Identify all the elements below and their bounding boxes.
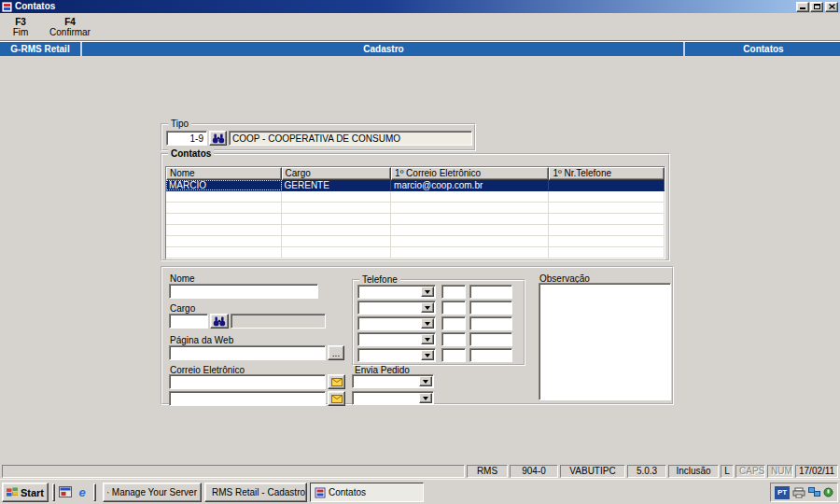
confirmar-button[interactable]: F4 Confirmar: [41, 14, 99, 39]
web-label: Página da Web: [170, 335, 233, 345]
telefone-type-select-1[interactable]: [357, 285, 436, 299]
dropdown-arrow-icon[interactable]: [421, 334, 434, 344]
telefone-type-select-3[interactable]: [357, 316, 436, 330]
email-input-2[interactable]: [169, 391, 326, 406]
nome-input[interactable]: [169, 284, 318, 299]
status-message-panel: [2, 465, 465, 478]
cell-cargo: GERENTE: [282, 180, 392, 190]
email-send-button-1[interactable]: [328, 374, 345, 389]
module-header-app: G-RMS Retail: [0, 42, 82, 56]
telefone-ddd-input-5[interactable]: [441, 348, 466, 362]
cell-telefone: [549, 180, 665, 190]
dropdown-arrow-icon[interactable]: [421, 318, 434, 329]
confirmar-key-label: F4: [48, 17, 92, 27]
cargo-search-button[interactable]: [210, 314, 229, 329]
dropdown-arrow-icon[interactable]: [419, 376, 432, 386]
column-header-nome[interactable]: Nome: [166, 167, 282, 180]
minimize-button[interactable]: [796, 2, 809, 12]
detail-form-panel: Nome Cargo Página da Web ... Correio Ele…: [161, 266, 674, 405]
email-input-1[interactable]: [169, 374, 326, 389]
nome-label: Nome: [170, 273, 195, 284]
maximize-icon: [814, 4, 820, 9]
status-bar: RMS 904-0 VABUTIPC 5.0.3 Inclusão L CAPS…: [0, 464, 840, 479]
telefone-number-input-3[interactable]: [469, 316, 512, 330]
task-label: RMS Retail - Cadastro / ...: [212, 487, 307, 497]
table-row[interactable]: [166, 247, 665, 259]
status-lock: L: [721, 465, 734, 478]
observacao-textarea[interactable]: [539, 283, 671, 400]
table-row[interactable]: [166, 203, 665, 214]
task-label: Contatos: [329, 487, 366, 497]
email-icon: [331, 395, 343, 403]
telefone-number-input-4[interactable]: [469, 332, 512, 346]
telefone-type-select-4[interactable]: [357, 332, 436, 346]
dropdown-arrow-icon[interactable]: [421, 302, 434, 313]
telefone-number-input-1[interactable]: [469, 285, 512, 299]
web-input[interactable]: [169, 345, 326, 360]
taskbar: Start e Manage Your Server RMS Retail - …: [0, 479, 840, 504]
table-row[interactable]: [166, 225, 665, 236]
taskband-handle[interactable]: [93, 483, 96, 501]
status-program: VABUTIPC: [560, 465, 625, 478]
task-button-rms-retail[interactable]: RMS Retail - Cadastro / ...: [204, 483, 307, 502]
status-app: RMS: [467, 465, 508, 478]
app-icon: [2, 2, 12, 12]
close-icon: [829, 4, 835, 9]
dropdown-arrow-icon[interactable]: [421, 350, 434, 360]
system-tray: PT: [770, 483, 838, 502]
network-icon[interactable]: [808, 487, 820, 497]
dropdown-arrow-icon[interactable]: [421, 287, 434, 297]
fim-button[interactable]: F3 Fim: [2, 14, 39, 39]
telefone-type-select-5[interactable]: [357, 348, 436, 362]
task-label: Manage Your Server: [112, 487, 197, 497]
ie-icon: e: [78, 486, 85, 498]
cargo-description-field: [231, 314, 326, 329]
table-row[interactable]: [166, 214, 665, 225]
quicklaunch-handle[interactable]: [52, 483, 55, 501]
envia-pedido-select-2[interactable]: [352, 391, 434, 405]
printer-icon[interactable]: [792, 487, 805, 498]
cargo-code-input[interactable]: [169, 314, 208, 329]
quicklaunch-ie-icon[interactable]: e: [75, 484, 90, 499]
quicklaunch-app-icon[interactable]: [58, 484, 73, 499]
telefone-legend: Telefone: [359, 274, 400, 285]
table-row[interactable]: [166, 236, 665, 247]
contatos-legend: Contatos: [168, 148, 214, 159]
table-row-selected[interactable]: MARCIO GERENTE marcio@coop.com.br: [166, 180, 665, 191]
web-browse-button[interactable]: ...: [328, 345, 344, 360]
language-indicator[interactable]: PT: [775, 486, 790, 499]
status-mode: Inclusão: [668, 465, 719, 478]
telefone-type-select-2[interactable]: [357, 301, 436, 315]
tipo-search-button[interactable]: [209, 131, 227, 146]
telefone-number-input-5[interactable]: [469, 348, 512, 362]
envia-pedido-select-1[interactable]: [352, 374, 434, 388]
start-button[interactable]: Start: [2, 483, 49, 502]
module-header-title: Cadastro: [84, 42, 685, 56]
telefone-ddd-input-4[interactable]: [441, 332, 466, 346]
telefone-ddd-input-1[interactable]: [441, 285, 466, 299]
dropdown-arrow-icon[interactable]: [419, 393, 432, 403]
tipo-code-input[interactable]: [166, 131, 207, 146]
close-button[interactable]: [825, 2, 838, 12]
status-tray-icon[interactable]: [823, 487, 833, 497]
telefone-ddd-input-3[interactable]: [441, 316, 466, 330]
status-version: 5.0.3: [627, 465, 666, 478]
minimize-icon: [800, 7, 805, 9]
task-button-manage-server[interactable]: Manage Your Server: [103, 483, 202, 502]
email-send-button-2[interactable]: [328, 391, 345, 406]
window-titlebar: Contatos: [0, 0, 840, 13]
telefone-number-input-2[interactable]: [469, 301, 512, 315]
table-row[interactable]: [166, 191, 665, 203]
module-header-screen: Contatos: [687, 42, 840, 56]
task-button-contatos[interactable]: Contatos: [310, 483, 424, 502]
telefone-ddd-input-2[interactable]: [441, 301, 466, 315]
binoculars-icon: [213, 315, 226, 327]
column-header-email[interactable]: 1º Correio Eletrônico: [391, 167, 549, 180]
confirmar-label: Confirmar: [49, 27, 91, 37]
window-title: Contatos: [15, 1, 795, 12]
column-header-telefone[interactable]: 1º Nr.Telefone: [549, 167, 665, 180]
cargo-label: Cargo: [170, 303, 195, 314]
column-header-cargo[interactable]: Cargo: [282, 167, 392, 180]
grid-header-row: Nome Cargo 1º Correio Eletrônico 1º Nr.T…: [166, 167, 665, 180]
maximize-button[interactable]: [810, 2, 823, 12]
